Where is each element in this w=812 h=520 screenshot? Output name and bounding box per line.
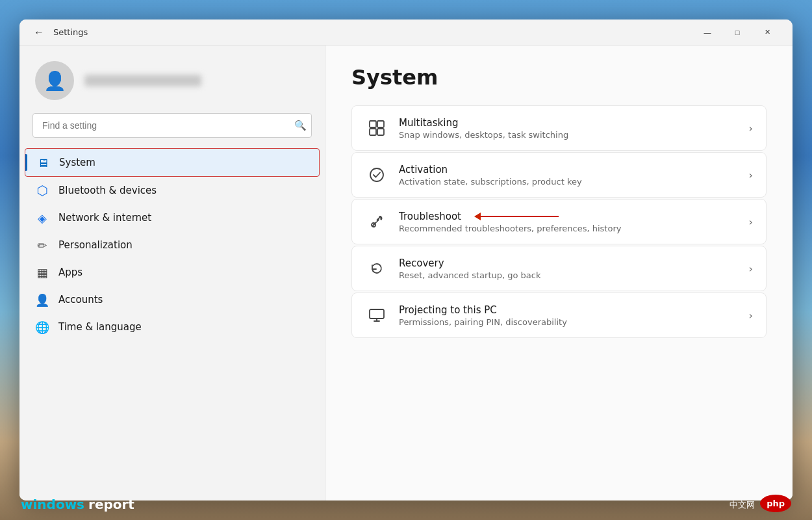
sidebar-item-network[interactable]: ◈ Network & internet bbox=[19, 204, 325, 231]
avatar: 👤 bbox=[35, 61, 74, 100]
watermark-left: windows report bbox=[21, 497, 134, 512]
svg-rect-6 bbox=[370, 309, 384, 318]
bluetooth-icon: ⬡ bbox=[35, 183, 49, 198]
titlebar: ← Settings — □ ✕ bbox=[19, 20, 793, 46]
sidebar-item-label: Apps bbox=[58, 266, 82, 278]
projecting-icon bbox=[365, 304, 388, 327]
back-button[interactable]: ← bbox=[30, 23, 48, 42]
system-icon: 🖥 bbox=[36, 155, 50, 170]
recovery-icon bbox=[365, 257, 388, 280]
user-profile: 👤 bbox=[19, 56, 325, 113]
activation-text: Activation Activation state, subscriptio… bbox=[399, 164, 741, 187]
troubleshoot-icon bbox=[365, 210, 388, 233]
setting-item-troubleshoot[interactable]: Troubleshoot Recommended troubleshooters… bbox=[351, 199, 767, 244]
recovery-title: Recovery bbox=[399, 257, 741, 269]
projecting-desc: Permissions, pairing PIN, discoverabilit… bbox=[399, 317, 741, 327]
time-icon: 🌐 bbox=[35, 320, 49, 334]
troubleshoot-desc: Recommended troubleshooters, preferences… bbox=[399, 224, 741, 233]
maximize-button[interactable]: □ bbox=[722, 22, 752, 43]
sidebar: 👤 🔍 🖥 System ⬡ Bluetooth & devices ◈ Net… bbox=[19, 46, 325, 500]
svg-rect-0 bbox=[370, 121, 376, 127]
multitasking-title: Multitasking bbox=[399, 117, 741, 129]
accounts-icon: 👤 bbox=[35, 292, 49, 307]
setting-item-activation[interactable]: Activation Activation state, subscriptio… bbox=[351, 152, 767, 198]
sidebar-item-bluetooth[interactable]: ⬡ Bluetooth & devices bbox=[19, 177, 325, 204]
sidebar-item-label: Bluetooth & devices bbox=[58, 185, 157, 196]
recovery-desc: Reset, advanced startup, go back bbox=[399, 270, 741, 280]
projecting-text: Projecting to this PC Permissions, pairi… bbox=[399, 304, 741, 327]
close-button[interactable]: ✕ bbox=[752, 22, 782, 43]
setting-item-projecting[interactable]: Projecting to this PC Permissions, pairi… bbox=[351, 292, 767, 338]
chevron-right-icon: › bbox=[749, 309, 753, 322]
troubleshoot-title: Troubleshoot bbox=[399, 211, 461, 222]
user-name bbox=[84, 75, 201, 86]
annotation-arrow bbox=[474, 213, 559, 220]
apps-icon: ▦ bbox=[35, 265, 49, 280]
multitasking-desc: Snap windows, desktops, task switching bbox=[399, 130, 741, 140]
setting-item-multitasking[interactable]: Multitasking Snap windows, desktops, tas… bbox=[351, 105, 767, 151]
main-content: System Multitasking Snap windo bbox=[325, 46, 793, 500]
sidebar-item-apps[interactable]: ▦ Apps bbox=[19, 259, 325, 286]
watermark-brand-blue: windows bbox=[21, 497, 84, 512]
svg-point-4 bbox=[370, 168, 383, 181]
search-bar: 🔍 bbox=[32, 113, 312, 138]
chevron-right-icon: › bbox=[749, 263, 753, 275]
window-title: Settings bbox=[53, 27, 88, 37]
svg-rect-3 bbox=[377, 129, 384, 135]
troubleshoot-text: Troubleshoot Recommended troubleshooters… bbox=[399, 211, 741, 233]
arrow-head bbox=[474, 213, 481, 220]
sidebar-item-label: Time & language bbox=[58, 321, 142, 333]
setting-item-recovery[interactable]: Recovery Reset, advanced startup, go bac… bbox=[351, 246, 767, 291]
search-icon[interactable]: 🔍 bbox=[294, 120, 307, 131]
sidebar-item-label: Personalization bbox=[58, 239, 133, 251]
projecting-title: Projecting to this PC bbox=[399, 304, 741, 316]
watermark-brand-white: report bbox=[88, 497, 134, 512]
arrow-line bbox=[481, 216, 559, 217]
page-title: System bbox=[351, 65, 767, 90]
personalization-icon: ✏ bbox=[35, 238, 49, 252]
svg-rect-1 bbox=[377, 121, 384, 127]
window-controls: — □ ✕ bbox=[692, 22, 782, 43]
chevron-right-icon: › bbox=[749, 169, 753, 181]
recovery-text: Recovery Reset, advanced startup, go bac… bbox=[399, 257, 741, 280]
sidebar-item-personalization[interactable]: ✏ Personalization bbox=[19, 231, 325, 259]
sidebar-item-label: Network & internet bbox=[58, 212, 151, 224]
sidebar-item-time[interactable]: 🌐 Time & language bbox=[19, 313, 325, 341]
search-input[interactable] bbox=[32, 113, 312, 138]
watermark-site-text: 中文网 bbox=[730, 499, 755, 511]
user-icon: 👤 bbox=[44, 70, 66, 92]
multitasking-icon bbox=[365, 116, 388, 140]
activation-title: Activation bbox=[399, 164, 741, 176]
settings-window: ← Settings — □ ✕ 👤 🔍 🖥 bbox=[19, 20, 793, 500]
activation-desc: Activation state, subscriptions, product… bbox=[399, 177, 741, 187]
content-area: 👤 🔍 🖥 System ⬡ Bluetooth & devices ◈ Net… bbox=[19, 46, 793, 500]
sidebar-item-accounts[interactable]: 👤 Accounts bbox=[19, 286, 325, 313]
multitasking-text: Multitasking Snap windows, desktops, tas… bbox=[399, 117, 741, 140]
chevron-right-icon: › bbox=[749, 122, 753, 135]
svg-rect-2 bbox=[370, 129, 376, 135]
activation-icon bbox=[365, 163, 388, 187]
sidebar-item-label: System bbox=[59, 157, 95, 168]
network-icon: ◈ bbox=[35, 211, 49, 225]
sidebar-item-label: Accounts bbox=[58, 294, 103, 306]
minimize-button[interactable]: — bbox=[692, 22, 722, 43]
settings-list: Multitasking Snap windows, desktops, tas… bbox=[351, 105, 767, 338]
sidebar-item-system[interactable]: 🖥 System bbox=[25, 148, 320, 177]
chevron-right-icon: › bbox=[749, 216, 753, 228]
troubleshoot-title-row: Troubleshoot bbox=[399, 211, 741, 222]
watermark-php-badge: php bbox=[760, 495, 791, 512]
